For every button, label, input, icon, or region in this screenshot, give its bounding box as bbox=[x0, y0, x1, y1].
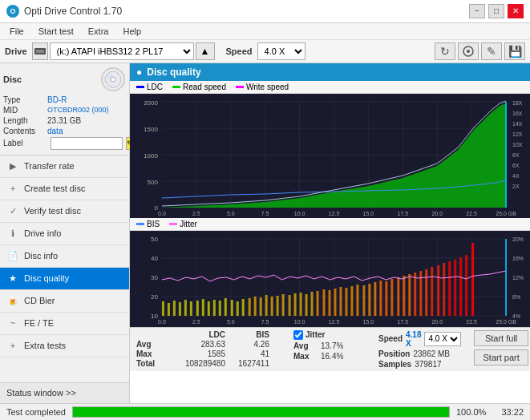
type-value: BD-R bbox=[47, 95, 67, 104]
extra-tests-icon: + bbox=[6, 339, 19, 352]
label-input[interactable] bbox=[51, 137, 123, 150]
refresh-button[interactable]: ↻ bbox=[435, 42, 455, 60]
stats-ldc-max: 1585 bbox=[168, 349, 229, 358]
stats-bis-total: 1627411 bbox=[229, 359, 273, 368]
read-speed-legend-label: Read speed bbox=[183, 83, 226, 91]
svg-rect-129 bbox=[397, 277, 399, 316]
minimize-button[interactable]: − bbox=[469, 4, 485, 18]
stats-area: LDC BIS Avg 283.63 4.26 Max 1585 41 To bbox=[130, 327, 530, 371]
stats-header-empty bbox=[136, 330, 168, 339]
sidebar-item-verify-test-disc[interactable]: ✓ Verify test disc bbox=[0, 200, 129, 223]
svg-rect-137 bbox=[443, 263, 445, 316]
disc-quality-icon: ★ bbox=[6, 272, 19, 285]
chart-bot-legend: BIS Jitter bbox=[130, 218, 530, 231]
fe-te-label: FE / TE bbox=[24, 318, 54, 328]
title-bar: O Opti Drive Control 1.70 − □ ✕ bbox=[0, 0, 530, 23]
menu-extra[interactable]: Extra bbox=[82, 25, 115, 38]
svg-rect-100 bbox=[231, 300, 233, 316]
cd-bier-icon: 🍺 bbox=[6, 294, 19, 307]
svg-rect-115 bbox=[317, 291, 319, 316]
sidebar-item-create-test-disc[interactable]: + Create test disc bbox=[0, 178, 129, 200]
progress-bar-container bbox=[72, 406, 450, 418]
verify-test-disc-icon: ✓ bbox=[6, 204, 19, 217]
drive-icon bbox=[32, 42, 48, 60]
svg-text:14X: 14X bbox=[512, 121, 523, 127]
jitter-max-value: 16.4% bbox=[321, 352, 343, 361]
svg-rect-109 bbox=[282, 294, 285, 316]
svg-rect-91 bbox=[179, 302, 181, 316]
app-window: O Opti Drive Control 1.70 − □ ✕ File Sta… bbox=[0, 0, 530, 420]
svg-rect-130 bbox=[403, 276, 405, 316]
svg-point-6 bbox=[111, 77, 115, 82]
speed-position-stats: Speed 4.18 X 4.0 X 2.0 X 8.0 X Position … bbox=[378, 330, 461, 369]
disc-button[interactable] bbox=[458, 42, 479, 60]
stats-ldc-total: 108289480 bbox=[168, 359, 229, 368]
svg-rect-128 bbox=[390, 279, 393, 316]
svg-rect-114 bbox=[311, 292, 314, 316]
svg-rect-98 bbox=[219, 301, 221, 316]
save-button[interactable]: 💾 bbox=[504, 42, 525, 60]
start-part-button[interactable]: Start part bbox=[474, 349, 528, 365]
svg-rect-126 bbox=[379, 281, 382, 316]
start-full-button[interactable]: Start full bbox=[474, 330, 528, 346]
maximize-button[interactable]: □ bbox=[488, 4, 504, 18]
menu-file[interactable]: File bbox=[3, 25, 30, 38]
cd-bier-label: CD Bier bbox=[24, 296, 55, 305]
menu-help[interactable]: Help bbox=[116, 25, 148, 38]
sidebar-item-cd-bier[interactable]: 🍺 CD Bier bbox=[0, 290, 129, 313]
sidebar-item-fe-te[interactable]: ~ FE / TE bbox=[0, 313, 129, 335]
svg-text:12.5: 12.5 bbox=[329, 211, 340, 216]
chart-top-legend: LDC Read speed Write speed bbox=[130, 81, 530, 94]
svg-rect-140 bbox=[459, 257, 462, 316]
status-text: Test completed bbox=[6, 407, 66, 417]
mid-label: MID bbox=[3, 106, 47, 115]
eject-button[interactable]: ▲ bbox=[196, 42, 215, 60]
svg-rect-116 bbox=[323, 289, 326, 316]
drive-select[interactable]: (k:) ATAPI iHBS312 2 PL17 bbox=[50, 42, 194, 60]
svg-text:16X: 16X bbox=[512, 111, 523, 116]
svg-rect-99 bbox=[225, 298, 227, 316]
content-area: ● Disc quality LDC Read speed Write spee… bbox=[130, 63, 530, 403]
sidebar-item-disc-info[interactable]: 📄 Disc info bbox=[0, 245, 129, 268]
svg-rect-112 bbox=[300, 293, 302, 316]
stats-ldc-avg: 283.63 bbox=[168, 340, 229, 349]
sidebar-item-drive-info[interactable]: ℹ Drive info bbox=[0, 223, 129, 245]
stats-header-ldc: LDC bbox=[168, 330, 229, 339]
svg-text:2.5: 2.5 bbox=[192, 319, 200, 325]
transfer-rate-label: Transfer rate bbox=[24, 161, 75, 171]
ldc-legend-label: LDC bbox=[147, 83, 163, 91]
svg-text:20.0: 20.0 bbox=[431, 319, 443, 325]
svg-rect-104 bbox=[254, 297, 257, 316]
svg-text:500: 500 bbox=[148, 179, 159, 186]
svg-rect-138 bbox=[448, 261, 451, 316]
jitter-label: Jitter bbox=[305, 330, 325, 339]
svg-rect-1 bbox=[36, 50, 44, 53]
drive-label: Drive bbox=[5, 46, 27, 56]
sidebar-item-extra-tests[interactable]: + Extra tests bbox=[0, 335, 129, 357]
menu-start-test[interactable]: Start test bbox=[32, 25, 80, 38]
status-window-button[interactable]: Status window >> bbox=[0, 382, 129, 403]
svg-rect-134 bbox=[425, 269, 427, 316]
jitter-checkbox[interactable] bbox=[293, 330, 303, 340]
svg-rect-105 bbox=[260, 297, 262, 316]
chart-top: 2000 1500 1000 500 0 18X 16X 14X 12X 10X… bbox=[130, 94, 530, 218]
drive-bar: Drive (k:) ATAPI iHBS312 2 PL17 ▲ Speed … bbox=[0, 40, 530, 63]
sidebar-item-disc-quality[interactable]: ★ Disc quality bbox=[0, 268, 129, 290]
svg-text:40: 40 bbox=[151, 255, 158, 262]
speed-select[interactable]: 4.0 X 2.0 X 8.0 X bbox=[257, 42, 305, 60]
speed-select[interactable]: 4.0 X 2.0 X 8.0 X bbox=[424, 332, 461, 346]
svg-text:25.0 GB: 25.0 GB bbox=[496, 211, 516, 216]
disc-info-icon: 📄 bbox=[6, 249, 19, 262]
svg-text:22.5: 22.5 bbox=[466, 319, 477, 325]
svg-rect-102 bbox=[242, 299, 245, 316]
sidebar: Disc Type BD-R MID OTCBDR002 (000) bbox=[0, 63, 130, 403]
close-button[interactable]: ✕ bbox=[508, 4, 524, 18]
write-button[interactable]: ✎ bbox=[481, 42, 502, 60]
sidebar-item-transfer-rate[interactable]: ▶ Transfer rate bbox=[0, 155, 129, 178]
svg-text:2000: 2000 bbox=[144, 99, 158, 107]
svg-rect-101 bbox=[237, 301, 239, 316]
samples-value: 379817 bbox=[415, 360, 441, 369]
jitter-avg-value: 13.7% bbox=[321, 341, 343, 350]
svg-text:8X: 8X bbox=[512, 152, 520, 158]
svg-text:20: 20 bbox=[151, 293, 158, 301]
